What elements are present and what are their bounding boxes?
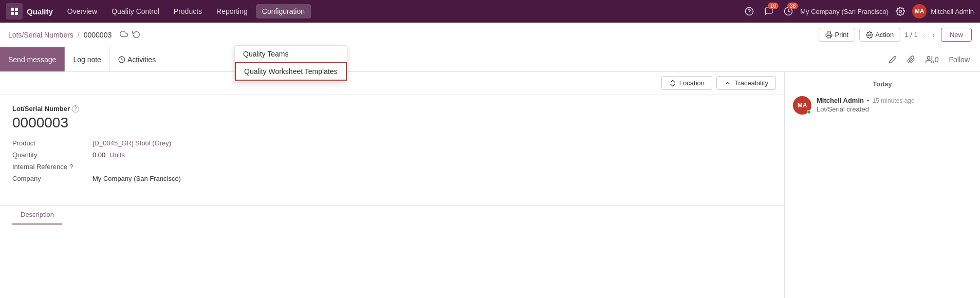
prev-arrow[interactable]: ‹ [921,30,928,40]
nav-configuration[interactable]: Configuration [256,4,311,18]
product-value[interactable]: [D_0045_GR] Stool (Grey) [93,139,772,147]
follow-button[interactable]: Follow [945,53,974,66]
nav-reporting[interactable]: Reporting [210,4,254,18]
activities-button[interactable]: Activities [110,47,164,71]
lot-number: 0000003 [12,115,772,131]
followers-btn[interactable]: 0 [921,53,943,66]
chatter-today: Today [793,80,972,88]
breadcrumb-separator: / [78,31,80,39]
action-label: Action [875,31,894,39]
chatter-msg-dash: - [867,96,870,104]
print-button[interactable]: Print [819,28,855,42]
svg-rect-8 [827,35,831,38]
internal-ref-help-icon[interactable]: ? [69,163,73,171]
quantity-label: Quantity [12,151,84,159]
pagination: 1 / 1 ‹ › [904,30,937,40]
settings-icon-btn[interactable] [893,5,908,18]
pencil-icon-btn[interactable] [884,53,901,66]
location-button[interactable]: Location [661,76,712,90]
form-grid: Product [D_0045_GR] Stool (Grey) Quantit… [12,139,772,182]
refresh-icon[interactable] [132,30,140,40]
avatar-initials: MA [798,102,807,109]
chatter-msg-author: Mitchell Admin [817,97,864,104]
lot-help-icon[interactable]: ? [72,105,79,113]
activities-badge: 38 [787,3,798,9]
send-message-button[interactable]: Send message [0,47,65,71]
configuration-dropdown: Quality Teams Quality Worksheet Template… [234,45,347,81]
new-button[interactable]: New [941,28,972,42]
traceability-label: Traceability [734,79,768,87]
svg-point-7 [899,10,902,13]
form-tabs: Description [0,205,784,224]
support-icon-btn[interactable] [742,5,757,18]
company-name: My Company (San Francisco) [800,8,889,15]
nav-products[interactable]: Products [168,4,208,18]
breadcrumb-bar: Lots/Serial Numbers / 0000003 Print [0,23,980,47]
log-note-button[interactable]: Log note [65,47,110,71]
form-content: Lot/Serial Number ? 0000003 Product [D_0… [0,95,784,199]
breadcrumb-icons [120,30,140,40]
svg-point-11 [927,57,930,59]
chatter-message: MA Mitchell Admin - 15 minutes ago Lot/S… [793,96,972,115]
location-label: Location [679,79,705,87]
dropdown-item-quality-teams[interactable]: Quality Teams [235,46,347,62]
chatter-icons: 0 Follow [884,53,980,66]
svg-rect-3 [15,12,18,15]
chatter-area: Today MA Mitchell Admin - 15 minutes ago… [785,72,980,298]
main-layout: Location Traceability Lot/Serial Number … [0,72,980,298]
quantity-unit[interactable]: Units [109,151,125,159]
product-label: Product [12,139,84,147]
print-label: Print [835,31,848,39]
quantity-row: 0.00 Units [93,151,772,159]
action-button[interactable]: Action [859,28,900,42]
app-name: Quality [27,7,53,16]
company-label: Company [12,175,84,182]
chatter-msg-time: 15 minutes ago [873,97,915,104]
form-action-row: Location Traceability [0,72,784,95]
activities-icon-btn[interactable]: 38 [781,5,796,18]
next-arrow[interactable]: › [930,30,937,40]
cloud-icon[interactable] [120,30,128,40]
lot-serial-label: Lot/Serial Number ? [12,105,772,113]
breadcrumb-parent[interactable]: Lots/Serial Numbers [8,31,73,39]
nav-right: 10 38 My Company (San Francisco) MA Mitc… [742,4,974,18]
tab-description[interactable]: Description [12,206,62,225]
top-nav: Quality Overview Quality Control Product… [0,0,980,23]
chatter-msg-content: Mitchell Admin - 15 minutes ago Lot/Seri… [817,96,972,115]
pagination-text: 1 / 1 [904,31,917,39]
traceability-button[interactable]: Traceability [716,76,776,90]
tab-content-area [0,224,784,255]
status-dot [807,110,811,114]
activities-label: Activities [127,55,156,64]
toolbar-right: Print Action 1 / 1 ‹ › New [819,28,972,42]
svg-rect-0 [11,8,14,11]
chatter-toolbar: Send message Log note Activities 0 [0,47,980,72]
dropdown-item-quality-worksheet[interactable]: Quality Worksheet Templates [235,62,347,81]
chatter-avatar: MA [793,96,811,115]
nav-overview[interactable]: Overview [61,4,103,18]
quantity-value: 0.00 [93,151,105,159]
app-grid-icon[interactable] [6,3,23,20]
user-name: Mitchell Admin [931,8,974,15]
svg-rect-2 [11,12,14,15]
avatar[interactable]: MA [912,4,927,18]
company-value: My Company (San Francisco) [93,175,772,182]
svg-point-9 [868,34,871,36]
messages-badge: 10 [768,3,779,9]
chatter-msg-text: Lot/Serial created [817,105,972,113]
followers-count: 0 [935,55,939,64]
nav-quality-control[interactable]: Quality Control [105,4,165,18]
breadcrumb-current: 0000003 [84,31,112,39]
internal-ref-label: Internal Reference ? [12,163,84,171]
svg-rect-1 [15,8,18,11]
form-area: Location Traceability Lot/Serial Number … [0,72,785,298]
messages-icon-btn[interactable]: 10 [761,5,776,18]
attachment-icon-btn[interactable] [903,53,919,66]
chatter-msg-header: Mitchell Admin - 15 minutes ago [817,96,972,104]
